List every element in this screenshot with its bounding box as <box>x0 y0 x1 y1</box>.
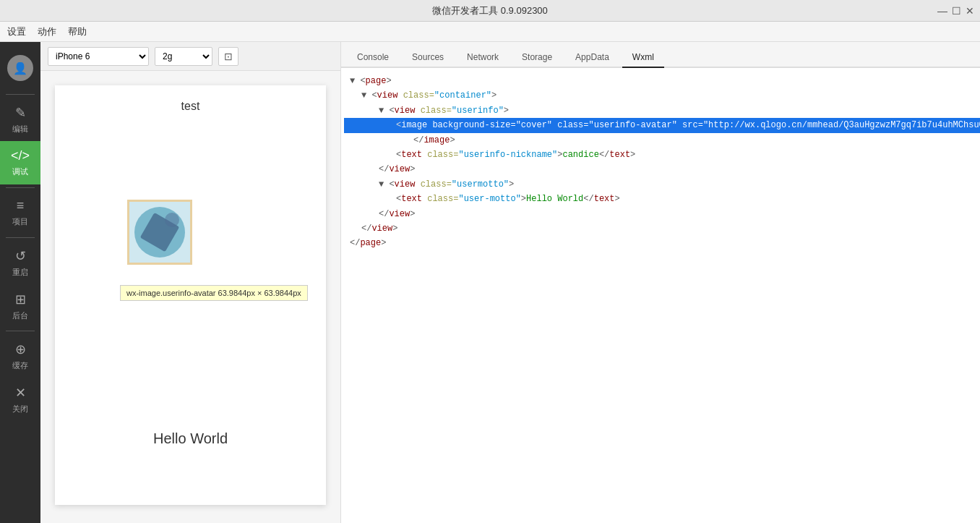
xml-tag-view2: view <box>395 106 416 116</box>
minimize-button[interactable]: — <box>937 5 947 17</box>
xml-punct-11o: </ <box>350 238 360 248</box>
xml-line-8[interactable]: <text class="user-motto">Hello World</te… <box>344 192 980 206</box>
xml-text-candice: candice <box>562 150 598 160</box>
toggle-7[interactable]: ▼ <box>379 179 389 190</box>
toggle-1[interactable]: ▼ <box>361 90 371 101</box>
xml-line-6[interactable]: </view> <box>344 162 980 177</box>
sidebar-item-debug[interactable]: </> 调试 <box>0 141 40 184</box>
xml-tag-text1-close: text <box>609 150 630 160</box>
xml-punct-11c: > <box>381 238 386 248</box>
close-icon: ✕ <box>15 385 26 401</box>
sidebar-label-edit: 编辑 <box>12 124 28 135</box>
xml-tag-text2: text <box>401 194 422 204</box>
sidebar-item-edit[interactable]: ✎ 编辑 <box>0 98 40 141</box>
xml-attr-bgsize: background-size= <box>432 120 515 130</box>
xml-punct-10o: </ <box>361 224 371 234</box>
xml-tag-text1: text <box>401 150 422 160</box>
main-content: 👤 ✎ 编辑 </> 调试 ≡ 项目 ↺ 重启 ⊞ 后台 ⊕ 缓存 <box>0 42 980 523</box>
xml-tag-page: page <box>366 76 387 86</box>
tab-appdata[interactable]: AppData <box>565 48 619 68</box>
xml-line-0[interactable]: ▼ <page> <box>344 74 980 88</box>
app-title: 微信开发者工具 0.9.092300 <box>432 4 548 17</box>
xml-tag-image: image <box>401 120 427 130</box>
project-icon: ≡ <box>17 198 25 213</box>
xml-line-1[interactable]: ▼ <view class="container"> <box>344 88 980 103</box>
menu-help[interactable]: 帮助 <box>68 25 87 38</box>
xml-punct-7o: < <box>389 179 394 190</box>
xml-line-7[interactable]: ▼ <view class="usermotto"> <box>344 177 980 192</box>
devtools-body: ▼ <page> ▼ <view class="container"> ▼ <v… <box>341 68 980 523</box>
xml-punct-2c: > <box>504 106 509 116</box>
xml-line-2[interactable]: ▼ <view class="userinfo"> <box>344 103 980 118</box>
xml-punct-8end: > <box>615 194 620 204</box>
sidebar-divider-1 <box>6 94 35 95</box>
xml-attr-src: src= <box>682 120 703 130</box>
xml-tag-view1: view <box>377 90 398 101</box>
sidebar-item-close[interactable]: ✕ 关闭 <box>0 378 40 421</box>
xml-line-9[interactable]: </view> <box>344 207 980 221</box>
device-select[interactable]: iPhone 6 iPhone 5 iPhone 7 iPad <box>48 47 149 66</box>
menu-action[interactable]: 动作 <box>38 25 56 38</box>
xml-tag-view3-close: view <box>389 209 410 219</box>
menu-settings[interactable]: 设置 <box>7 25 26 38</box>
debug-icon: </> <box>11 148 30 163</box>
xml-punct-10c: > <box>392 224 397 234</box>
sidebar-label-close: 关闭 <box>12 404 28 414</box>
maximize-button[interactable]: ☐ <box>952 5 961 17</box>
tab-network[interactable]: Network <box>457 48 509 68</box>
xml-punct-close: > <box>386 76 391 86</box>
edit-icon: ✎ <box>15 105 26 121</box>
avatar-container[interactable]: wx-image.userinfo-avatar 63.9844px × 63.… <box>127 200 192 265</box>
xml-line-5[interactable]: <text class="userinfo-nickname">candice<… <box>344 148 980 162</box>
xml-attr-class8-val: "user-motto" <box>458 194 520 204</box>
tab-storage[interactable]: Storage <box>512 48 562 68</box>
tab-console[interactable]: Console <box>347 48 399 68</box>
xml-punct-4c: > <box>450 135 455 145</box>
sidebar-divider-2 <box>6 187 35 188</box>
sidebar-item-project[interactable]: ≡ 项目 <box>0 191 40 234</box>
sidebar-avatar-item[interactable]: 👤 <box>0 48 40 91</box>
xml-line-10[interactable]: </view> <box>344 221 980 236</box>
sidebar-label-debug: 调试 <box>12 166 28 177</box>
avatar-image <box>127 200 192 265</box>
xml-attr-class1: class= <box>403 90 434 101</box>
xml-tag-view3: view <box>395 179 416 190</box>
xml-tag-text2-close: text <box>594 194 615 204</box>
network-select[interactable]: 2g 3g 4g wifi <box>155 47 212 66</box>
xml-attr-class3-val: "userinfo-avatar" <box>588 120 676 130</box>
sidebar-divider-4 <box>6 331 35 331</box>
restart-icon: ↺ <box>15 248 26 264</box>
xml-attr-class5: class= <box>427 150 458 160</box>
sidebar-item-backend[interactable]: ⊞ 后台 <box>0 284 40 328</box>
inspect-button[interactable]: ⊡ <box>218 47 238 66</box>
close-button[interactable]: ✕ <box>966 5 974 17</box>
sidebar-item-restart[interactable]: ↺ 重启 <box>0 241 40 284</box>
devtools-tabs: Console Sources Network Storage AppData … <box>341 42 980 68</box>
xml-attr-class7: class= <box>421 179 452 190</box>
xml-punct-7c: > <box>509 179 514 190</box>
window-controls: — ☐ ✕ <box>937 5 974 17</box>
xml-line-4[interactable]: </image> <box>344 133 980 148</box>
tab-sources[interactable]: Sources <box>402 48 454 68</box>
phone-screen: test wx-image.userinfo-avatar 63.9844px … <box>55 85 326 505</box>
xml-line-11[interactable]: </page> <box>344 236 980 250</box>
sidebar-item-cache[interactable]: ⊕ 缓存 <box>0 334 40 378</box>
avatar-inner <box>134 207 185 258</box>
xml-tag-view2-close: view <box>389 164 410 174</box>
tab-wxml[interactable]: Wxml <box>622 48 664 68</box>
avatar: 👤 <box>7 55 33 81</box>
backend-icon: ⊞ <box>15 292 26 307</box>
device-panel: iPhone 6 iPhone 5 iPhone 7 iPad 2g 3g 4g… <box>40 42 341 523</box>
xml-attr-class2: class= <box>421 106 452 116</box>
xml-punct-9o: </ <box>379 209 389 219</box>
xml-punct-8c: > <box>521 194 526 204</box>
device-toolbar: iPhone 6 iPhone 5 iPhone 7 iPad 2g 3g 4g… <box>40 42 340 71</box>
cache-icon: ⊕ <box>15 341 26 357</box>
xml-punct-9c: > <box>410 209 415 219</box>
xml-punct-2: < <box>389 106 394 116</box>
toggle-0[interactable]: ▼ <box>350 76 360 86</box>
toggle-2[interactable]: ▼ <box>379 106 389 116</box>
xml-line-3-selected[interactable]: <image background-size="cover" class="us… <box>344 118 980 132</box>
xml-punct-1: < <box>371 90 377 101</box>
xml-tag-page-close: page <box>360 238 381 248</box>
